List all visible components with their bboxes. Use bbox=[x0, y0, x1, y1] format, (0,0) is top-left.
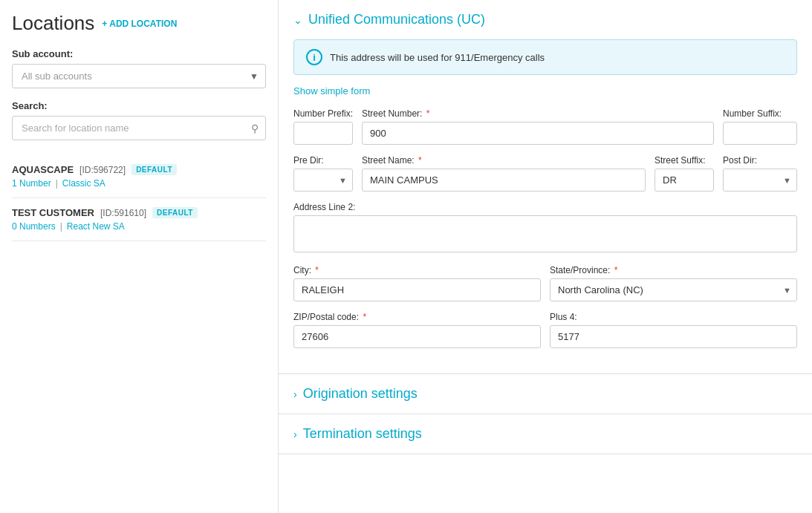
street-number-label: Street Number: * bbox=[362, 108, 714, 119]
account-id: [ID:591610] bbox=[100, 208, 146, 218]
add-location-button[interactable]: + ADD LOCATION bbox=[102, 19, 177, 29]
main-content: ⌄ Unified Communications (UC) i This add… bbox=[279, 0, 812, 513]
plus4-group: Plus 4: bbox=[550, 312, 797, 348]
search-icon: ⚲ bbox=[251, 122, 259, 134]
address-line2-label: Address Line 2: bbox=[293, 202, 797, 212]
pre-dir-select[interactable] bbox=[293, 169, 353, 192]
uc-section: ⌄ Unified Communications (UC) i This add… bbox=[279, 0, 812, 374]
state-select-wrapper: North Carolina (NC) ▼ bbox=[550, 278, 797, 301]
street-suffix-group: Street Suffix: bbox=[655, 155, 714, 192]
status-badge: DEFAULT bbox=[152, 207, 198, 218]
address-row-1: Number Prefix: Street Number: * Number S… bbox=[293, 108, 797, 145]
number-prefix-label: Number Prefix: bbox=[293, 108, 353, 119]
link-divider: | bbox=[56, 178, 58, 189]
number-suffix-input[interactable] bbox=[723, 122, 797, 145]
zip-input[interactable] bbox=[293, 325, 541, 348]
plus4-label: Plus 4: bbox=[550, 312, 797, 322]
street-number-group: Street Number: * bbox=[362, 108, 714, 145]
info-icon: i bbox=[306, 49, 322, 65]
sub-account-select[interactable]: All sub accounts bbox=[12, 64, 266, 88]
address-row-2: Pre Dir: ▼ Street Name: * bbox=[293, 155, 797, 192]
info-text: This address will be used for 911/Emerge… bbox=[330, 52, 545, 63]
pre-dir-label: Pre Dir: bbox=[293, 155, 353, 166]
expand-icon: › bbox=[293, 388, 297, 400]
termination-section-title: Termination settings bbox=[303, 426, 422, 442]
account-numbers-link[interactable]: 0 Numbers bbox=[12, 221, 56, 232]
account-sa-link[interactable]: React New SA bbox=[67, 221, 125, 232]
post-dir-group: Post Dir: ▼ bbox=[723, 155, 797, 192]
expand-icon: › bbox=[293, 428, 297, 440]
uc-section-header[interactable]: ⌄ Unified Communications (UC) bbox=[279, 0, 812, 39]
street-suffix-label: Street Suffix: bbox=[655, 155, 714, 166]
city-input[interactable] bbox=[293, 278, 541, 301]
account-item-aquascape: AQUASCAPE [ID:596722] DEFAULT 1 Number |… bbox=[12, 155, 266, 198]
sub-account-select-wrapper: All sub accounts ▼ bbox=[12, 64, 266, 88]
number-prefix-group: Number Prefix: bbox=[293, 108, 353, 145]
sub-account-label: Sub account: bbox=[12, 48, 266, 59]
search-label: Search: bbox=[12, 100, 266, 111]
state-group: State/Province: * North Carolina (NC) ▼ bbox=[550, 265, 797, 301]
city-group: City: * bbox=[293, 265, 541, 301]
sidebar-header: Locations + ADD LOCATION bbox=[12, 12, 266, 35]
account-links: 0 Numbers | React New SA bbox=[12, 221, 266, 232]
street-number-input[interactable] bbox=[362, 122, 714, 145]
termination-section: › Termination settings bbox=[279, 414, 812, 454]
number-prefix-input[interactable] bbox=[293, 122, 353, 145]
account-numbers-link[interactable]: 1 Number bbox=[12, 178, 51, 189]
search-input[interactable] bbox=[12, 116, 266, 140]
number-suffix-group: Number Suffix: bbox=[723, 108, 797, 145]
street-suffix-input[interactable] bbox=[655, 169, 714, 192]
street-name-label: Street Name: * bbox=[362, 155, 646, 166]
search-wrapper: ⚲ bbox=[12, 116, 266, 140]
zip-plus4-row: ZIP/Postal code: * Plus 4: bbox=[293, 312, 797, 348]
address-line2-input[interactable] bbox=[293, 215, 797, 252]
status-badge: DEFAULT bbox=[131, 164, 177, 175]
city-label: City: * bbox=[293, 265, 541, 275]
info-banner: i This address will be used for 911/Emer… bbox=[293, 39, 797, 75]
state-select[interactable]: North Carolina (NC) bbox=[550, 278, 797, 301]
uc-section-body: i This address will be used for 911/Emer… bbox=[279, 39, 812, 373]
pre-dir-select-wrapper: ▼ bbox=[293, 169, 353, 192]
post-dir-select-wrapper: ▼ bbox=[723, 169, 797, 192]
state-label: State/Province: * bbox=[550, 265, 797, 275]
account-name: TEST CUSTOMER bbox=[12, 207, 94, 218]
city-state-row: City: * State/Province: * North Carolina… bbox=[293, 265, 797, 301]
post-dir-label: Post Dir: bbox=[723, 155, 797, 166]
account-row: TEST CUSTOMER [ID:591610] DEFAULT bbox=[12, 207, 266, 218]
account-row: AQUASCAPE [ID:596722] DEFAULT bbox=[12, 164, 266, 175]
street-name-group: Street Name: * bbox=[362, 155, 646, 192]
zip-label: ZIP/Postal code: * bbox=[293, 312, 541, 322]
account-links: 1 Number | Classic SA bbox=[12, 178, 266, 189]
show-simple-form-link[interactable]: Show simple form bbox=[293, 85, 370, 97]
plus4-input[interactable] bbox=[550, 325, 797, 348]
collapse-icon: ⌄ bbox=[293, 14, 302, 26]
account-name: AQUASCAPE bbox=[12, 164, 74, 175]
termination-section-header[interactable]: › Termination settings bbox=[279, 414, 812, 454]
origination-section-header[interactable]: › Origination settings bbox=[279, 374, 812, 414]
link-divider: | bbox=[60, 221, 62, 232]
origination-section: › Origination settings bbox=[279, 374, 812, 414]
sidebar: Locations + ADD LOCATION Sub account: Al… bbox=[0, 0, 279, 513]
origination-section-title: Origination settings bbox=[303, 386, 418, 402]
post-dir-select[interactable] bbox=[723, 169, 797, 192]
account-id: [ID:596722] bbox=[79, 165, 126, 175]
uc-section-title: Unified Communications (UC) bbox=[308, 12, 485, 27]
account-item-test-customer: TEST CUSTOMER [ID:591610] DEFAULT 0 Numb… bbox=[12, 198, 266, 241]
pre-dir-group: Pre Dir: ▼ bbox=[293, 155, 353, 192]
account-sa-link[interactable]: Classic SA bbox=[62, 178, 105, 189]
zip-group: ZIP/Postal code: * bbox=[293, 312, 541, 348]
number-suffix-label: Number Suffix: bbox=[723, 108, 797, 119]
address-line2-group: Address Line 2: bbox=[293, 202, 797, 255]
page-title: Locations bbox=[12, 12, 94, 35]
street-name-input[interactable] bbox=[362, 169, 646, 192]
